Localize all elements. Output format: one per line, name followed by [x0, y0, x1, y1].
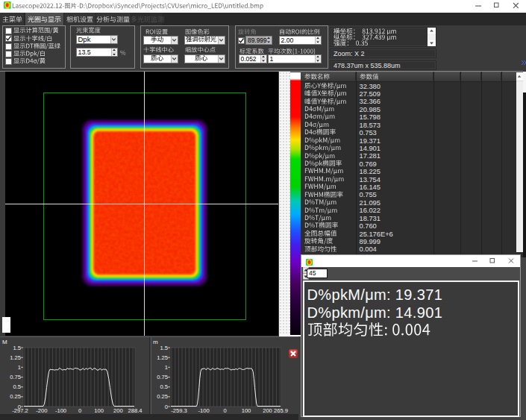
svg-text:-100: -100: [55, 407, 66, 414]
svg-text:0.5: 0.5: [13, 383, 21, 390]
svg-text:-100: -100: [198, 407, 210, 414]
svg-text:265.9: 265.9: [274, 407, 288, 414]
svg-text:1.5: 1.5: [13, 345, 21, 351]
svg-text:0: 0: [78, 407, 81, 414]
svg-text:M: M: [2, 339, 7, 345]
svg-text:288.4: 288.4: [128, 407, 142, 414]
svg-text:1: 1: [18, 364, 21, 371]
svg-text:m: m: [153, 339, 158, 345]
svg-text:-259.3: -259.3: [171, 407, 187, 414]
svg-text:100: 100: [94, 407, 104, 414]
svg-text:200: 200: [263, 407, 272, 414]
svg-text:0.75: 0.75: [157, 374, 168, 380]
svg-text:0.25: 0.25: [10, 393, 21, 400]
svg-text:1.25: 1.25: [157, 354, 168, 361]
svg-text:100: 100: [242, 407, 251, 414]
svg-text:1.5: 1.5: [160, 345, 168, 351]
svg-text:-297.2: -297.2: [12, 407, 28, 414]
svg-text:-200: -200: [36, 407, 47, 414]
svg-text:0.25: 0.25: [157, 393, 168, 400]
svg-text:200: 200: [113, 407, 123, 414]
svg-text:0: 0: [165, 404, 168, 410]
svg-text:0.75: 0.75: [10, 374, 21, 380]
svg-text:0: 0: [223, 407, 226, 414]
svg-text:1: 1: [165, 364, 168, 371]
svg-text:0.5: 0.5: [160, 383, 168, 390]
svg-text:1.25: 1.25: [10, 354, 21, 361]
